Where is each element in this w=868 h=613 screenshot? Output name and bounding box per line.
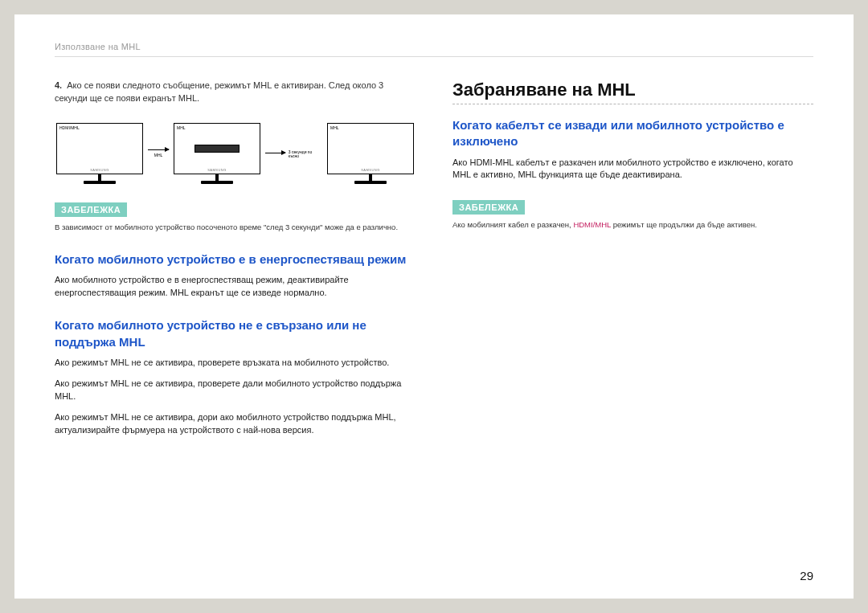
monitor-sequence-diagram: HDMI/MHL SAMSUNG MHL MHL SAMSUNG: [55, 123, 416, 184]
monitor-brand: SAMSUNG: [207, 168, 227, 172]
arrow-1-label: MHL: [154, 153, 163, 157]
loading-bar-icon: [194, 145, 240, 153]
monitor-3-label: MHL: [330, 125, 339, 130]
note-2: ЗАБЕЛЕЖКА Ако мобилният кабел е разкачен…: [452, 199, 813, 230]
breadcrumb: Използване на MHL: [55, 42, 813, 57]
arrow-2: 3 секунди по късно: [265, 148, 322, 159]
monitor-2-label: MHL: [177, 125, 186, 130]
section-title: Когато кабелът се извади или мобилното у…: [452, 117, 813, 150]
section-cable-removed: Когато кабелът се извади или мобилното у…: [452, 117, 813, 182]
arrow-2-label: 3 секунди по късно: [289, 150, 322, 159]
step-body: Ако се появи следното съобщение, режимът…: [55, 80, 383, 103]
left-column: 4.Ако се появи следното съобщение, режим…: [55, 80, 416, 576]
monitor-1: HDMI/MHL SAMSUNG: [56, 123, 143, 184]
note-badge: ЗАБЕЛЕЖКА: [452, 200, 525, 215]
monitor-brand: SAMSUNG: [90, 168, 109, 172]
monitor-2: MHL SAMSUNG: [174, 123, 260, 184]
note-1: ЗАБЕЛЕЖКА В зависимост от мобилното устр…: [55, 202, 416, 232]
step-4-text: 4.Ако се появи следното съобщение, режим…: [55, 80, 416, 105]
right-column: Забраняване на MHL Когато кабелът се изв…: [452, 80, 813, 576]
section-body: Ако HDMI-MHL кабелът е разкачен или моби…: [452, 157, 813, 182]
section-body: Ако мобилното устройство е в енергоспест…: [55, 274, 416, 300]
content-columns: 4.Ако се появи следното съобщение, режим…: [55, 80, 813, 576]
section-p1: Ако режимът MHL не се активира, проверет…: [55, 357, 416, 370]
section-p2: Ако режимът MHL не се активира, проверет…: [55, 378, 416, 403]
monitor-1-label: HDMI/MHL: [59, 125, 80, 130]
section-not-connected: Когато мобилното устройство не е свързан…: [55, 317, 416, 436]
section-title: Когато мобилното устройство не е свързан…: [55, 317, 416, 350]
monitor-3: MHL SAMSUNG: [327, 123, 414, 184]
arrow-1: MHL: [148, 149, 169, 157]
note-1-text: В зависимост от мобилното устройство пос…: [55, 222, 416, 232]
page-title: Забраняване на MHL: [452, 80, 813, 104]
step-number: 4.: [55, 80, 62, 90]
page-number: 29: [800, 569, 813, 582]
note-badge: ЗАБЕЛЕЖКА: [55, 202, 127, 217]
highlight-text: HDMI/MHL: [573, 220, 611, 229]
monitor-brand: SAMSUNG: [361, 168, 380, 172]
note-2-text: Ако мобилният кабел е разкачен, HDMI/MHL…: [452, 219, 813, 230]
manual-page: Използване на MHL 4.Ако се появи следнот…: [14, 14, 854, 599]
section-power-saving: Когато мобилното устройство е в енергосп…: [55, 251, 416, 300]
section-p3: Ако режимът MHL не се активира, дори ако…: [55, 411, 416, 437]
section-title: Когато мобилното устройство е в енергосп…: [55, 251, 416, 268]
